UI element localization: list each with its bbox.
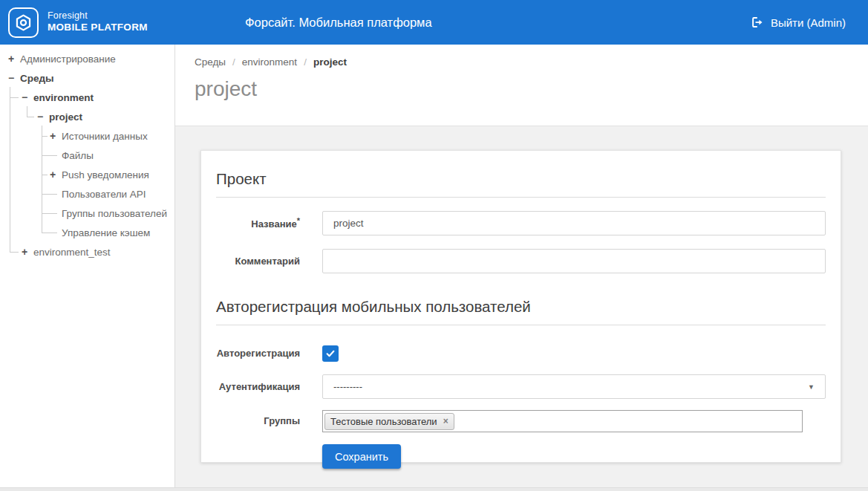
tree-item-label[interactable]: environment bbox=[33, 92, 94, 103]
autoregistration-checkbox[interactable] bbox=[322, 345, 339, 362]
tree-item-label[interactable]: Управление кэшем bbox=[62, 227, 150, 238]
comment-input[interactable] bbox=[322, 249, 826, 273]
group-tag: Тестовые пользователи × bbox=[324, 413, 454, 430]
groups-label: Группы bbox=[216, 410, 300, 432]
groups-multiselect[interactable]: Тестовые пользователи × bbox=[322, 410, 803, 432]
tree-item-label[interactable]: Файлы bbox=[62, 150, 94, 161]
sidebar: + Администрирование − Среды − environmen… bbox=[0, 45, 175, 487]
navigation-tree: + Администрирование − Среды − environmen… bbox=[0, 45, 174, 261]
selected-option: --------- bbox=[333, 381, 362, 392]
collapse-icon[interactable]: − bbox=[6, 72, 16, 84]
breadcrumb-separator: / bbox=[232, 56, 235, 68]
page-header-panel: Среды / environment / project project bbox=[175, 45, 868, 126]
main-area: Среды / environment / project project Пр… bbox=[175, 45, 868, 487]
logo-line2: MOBILE PLATFORM bbox=[48, 22, 148, 34]
tree-item-data-sources[interactable]: + Источники данных bbox=[0, 126, 174, 146]
form-row-save: Сохранить bbox=[216, 444, 826, 469]
tree-item-environment-test[interactable]: + environment_test bbox=[0, 242, 174, 261]
content-area: Проект Название* Комментарий Авторегистр… bbox=[175, 126, 868, 487]
tree-item-api-users[interactable]: Пользователи API bbox=[0, 184, 174, 204]
tree-item-files[interactable]: Файлы bbox=[0, 146, 174, 165]
window-bottom-edge bbox=[0, 487, 868, 491]
tree-item-push-notifications[interactable]: + Push уведомления bbox=[0, 165, 174, 184]
breadcrumb-separator: / bbox=[304, 56, 307, 68]
tree-item-label[interactable]: Среды bbox=[20, 73, 54, 84]
tree-item-label[interactable]: Источники данных bbox=[62, 131, 148, 142]
breadcrumb-project-current: project bbox=[313, 56, 347, 68]
form-row-name: Название* bbox=[216, 211, 826, 235]
section-title-project: Проект bbox=[216, 166, 826, 198]
expand-icon[interactable]: + bbox=[6, 53, 16, 65]
logo: Foresight MOBILE PLATFORM bbox=[0, 7, 174, 38]
tree-item-label[interactable]: Администрирование bbox=[20, 53, 116, 65]
app-title: Форсайт. Мобильная платформа bbox=[245, 0, 432, 45]
checkmark-icon bbox=[325, 348, 336, 359]
authentication-label: Аутентификация bbox=[216, 381, 300, 393]
logo-text: Foresight MOBILE PLATFORM bbox=[48, 10, 148, 35]
name-input[interactable] bbox=[322, 211, 826, 235]
chevron-down-icon: ▼ bbox=[808, 383, 815, 391]
tree-item-label[interactable]: project bbox=[49, 111, 82, 123]
required-asterisk: * bbox=[297, 216, 300, 225]
form-row-autoregistration: Авторегистрация bbox=[216, 345, 826, 362]
top-header: Foresight MOBILE PLATFORM Форсайт. Мобил… bbox=[0, 0, 868, 45]
collapse-icon[interactable]: − bbox=[19, 91, 30, 103]
foresight-logo-icon bbox=[8, 7, 39, 38]
save-button[interactable]: Сохранить bbox=[322, 444, 401, 469]
comment-label: Комментарий bbox=[216, 256, 300, 267]
logout-label: Выйти (Admin) bbox=[771, 16, 846, 29]
breadcrumb-environments[interactable]: Среды bbox=[195, 56, 226, 68]
breadcrumb: Среды / environment / project bbox=[195, 56, 868, 68]
logout-icon bbox=[750, 16, 763, 29]
tree-item-label[interactable]: Push уведомления bbox=[62, 169, 149, 181]
name-label-text: Название bbox=[251, 218, 296, 230]
authentication-select[interactable]: --------- ▼ bbox=[322, 374, 826, 399]
expand-icon[interactable]: + bbox=[19, 246, 30, 258]
form-row-authentication: Аутентификация --------- ▼ bbox=[216, 374, 826, 399]
tree-item-cache-management[interactable]: Управление кэшем bbox=[0, 223, 174, 242]
section-title-autoregistration: Авторегистрация мобильных пользователей bbox=[216, 293, 826, 325]
tree-item-user-groups[interactable]: Группы пользователей bbox=[0, 204, 174, 223]
tree-item-label[interactable]: environment_test bbox=[33, 247, 111, 258]
body: + Администрирование − Среды − environmen… bbox=[0, 45, 868, 487]
autoregistration-label: Авторегистрация bbox=[216, 348, 300, 360]
group-tag-label: Тестовые пользователи bbox=[330, 416, 437, 427]
tree-item-environment[interactable]: − environment bbox=[0, 88, 174, 107]
expand-icon[interactable]: + bbox=[48, 130, 58, 142]
form-row-groups: Группы Тестовые пользователи × bbox=[216, 410, 826, 432]
breadcrumb-environment[interactable]: environment bbox=[242, 56, 297, 68]
app-window: Foresight MOBILE PLATFORM Форсайт. Мобил… bbox=[0, 0, 868, 491]
name-label: Название* bbox=[216, 216, 300, 230]
tree-item-environments[interactable]: − Среды bbox=[0, 68, 174, 88]
expand-icon[interactable]: + bbox=[48, 169, 58, 181]
form-row-comment: Комментарий bbox=[216, 249, 826, 273]
collapse-icon[interactable]: − bbox=[35, 111, 45, 123]
project-form-card: Проект Название* Комментарий Авторегистр… bbox=[200, 150, 841, 463]
remove-tag-icon[interactable]: × bbox=[443, 416, 448, 426]
tree-item-label[interactable]: Пользователи API bbox=[62, 189, 146, 200]
logo-line1: Foresight bbox=[48, 10, 148, 22]
tree-item-label[interactable]: Группы пользователей bbox=[62, 208, 167, 219]
page-title: project bbox=[195, 77, 868, 101]
tree-item-administration[interactable]: + Администрирование bbox=[0, 49, 174, 68]
tree-item-project[interactable]: − project bbox=[0, 107, 174, 126]
logout-button[interactable]: Выйти (Admin) bbox=[750, 0, 846, 45]
